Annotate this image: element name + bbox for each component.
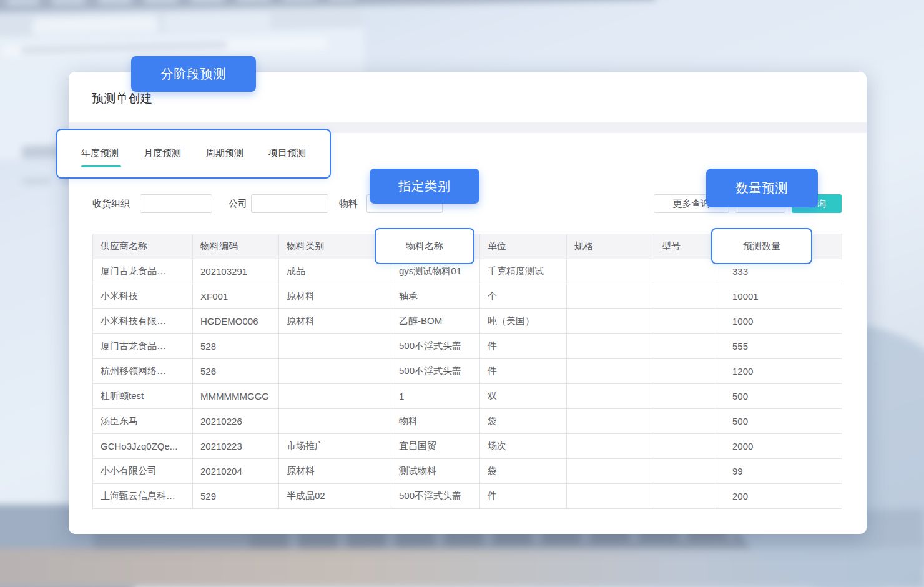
table-cell: 件 xyxy=(480,359,567,384)
table-cell: 500 xyxy=(717,384,842,409)
table-cell: 物料 xyxy=(391,409,480,434)
table-cell: 件 xyxy=(480,334,567,359)
table-cell: 半成品02 xyxy=(279,484,391,509)
table-cell xyxy=(567,284,654,309)
receiving-org-input[interactable] xyxy=(140,194,212,213)
table-cell xyxy=(567,484,654,509)
company-input[interactable] xyxy=(251,194,328,213)
table-cell: 1200 xyxy=(717,359,842,384)
table-cell: 成品 xyxy=(279,259,391,284)
col-model[interactable]: 型号 xyxy=(654,234,717,259)
quantity-forecast-badge: 数量预测 xyxy=(706,169,818,207)
table-cell: 双 xyxy=(480,384,567,409)
table-cell: 件 xyxy=(480,484,567,509)
table-cell: 吨（美国） xyxy=(480,309,567,334)
table-row[interactable]: 上海甄云信息科…529半成品02500不浮式头盖件200 xyxy=(93,484,842,509)
col-unit[interactable]: 单位 xyxy=(480,234,567,259)
table-cell xyxy=(654,384,717,409)
table-cell xyxy=(567,309,654,334)
table-cell: 轴承 xyxy=(391,284,480,309)
table-cell xyxy=(654,359,717,384)
col-material-code[interactable]: 物料编码 xyxy=(193,234,279,259)
table-cell: 500不浮式头盖 xyxy=(391,359,480,384)
table-row[interactable]: 小米科技有限…HGDEMO006原材料乙醇-BOM吨（美国）1000 xyxy=(93,309,842,334)
table-cell: 99 xyxy=(717,459,842,484)
table-cell xyxy=(654,409,717,434)
table-cell: GCHo3Jzq0ZQe... xyxy=(93,434,193,459)
table-cell: 原材料 xyxy=(279,284,391,309)
table-cell: 汤臣东马 xyxy=(93,409,193,434)
forecast-table: 供应商名称 物料编码 物料类别 单位 规格 型号 厦门古龙食品…20210329… xyxy=(92,234,842,509)
material-name-highlight-box: 物料名称 xyxy=(375,228,474,264)
table-cell xyxy=(279,334,391,359)
tab-monthly-forecast[interactable]: 月度预测 xyxy=(144,147,181,159)
table-cell: 20210204 xyxy=(193,459,279,484)
table-row[interactable]: GCHo3Jzq0ZQe...20210223市场推广宜昌国贸场次2000 xyxy=(93,434,842,459)
table-cell xyxy=(279,359,391,384)
table-cell: 厦门古龙食品… xyxy=(93,334,193,359)
table-cell xyxy=(567,459,654,484)
material-label: 物料 xyxy=(339,198,358,210)
table-cell xyxy=(654,459,717,484)
table-cell: 555 xyxy=(717,334,842,359)
table-cell xyxy=(567,334,654,359)
table-cell: 袋 xyxy=(480,459,567,484)
tab-period-forecast[interactable]: 周期预测 xyxy=(206,147,243,159)
col-supplier-name[interactable]: 供应商名称 xyxy=(93,234,193,259)
table-cell xyxy=(567,359,654,384)
table-cell: 20210223 xyxy=(193,434,279,459)
table-row[interactable]: 厦门古龙食品…528500不浮式头盖件555 xyxy=(93,334,842,359)
table-cell: 1 xyxy=(391,384,480,409)
page-title: 预测单创建 xyxy=(92,91,153,107)
table-cell xyxy=(654,484,717,509)
table-cell: 宜昌国贸 xyxy=(391,434,480,459)
table-row[interactable]: 汤臣东马20210226物料袋500 xyxy=(93,409,842,434)
table-row[interactable]: 小小有限公司20210204原材料测试物料袋99 xyxy=(93,459,842,484)
table-cell xyxy=(654,284,717,309)
table-cell: 500不浮式头盖 xyxy=(391,484,480,509)
table-cell xyxy=(654,334,717,359)
table-cell: 测试物料 xyxy=(391,459,480,484)
table-cell: 2000 xyxy=(717,434,842,459)
table-cell: 526 xyxy=(193,359,279,384)
tabs-highlight-box: 年度预测 月度预测 周期预测 项目预测 xyxy=(56,129,331,179)
table-cell: 杭州移领网络… xyxy=(93,359,193,384)
tab-project-forecast[interactable]: 项目预测 xyxy=(268,147,306,159)
receiving-org-label: 收货组织 xyxy=(92,198,130,210)
table-row[interactable]: 杭州移领网络…526500不浮式头盖件1200 xyxy=(93,359,842,384)
table-cell xyxy=(567,259,654,284)
table-cell: 500 xyxy=(717,409,842,434)
table-cell xyxy=(654,309,717,334)
staged-forecast-badge: 分阶段预测 xyxy=(131,56,256,92)
specify-category-badge: 指定类别 xyxy=(370,169,479,204)
table-row[interactable]: 杜昕颐testMMMMMMGGG1双500 xyxy=(93,384,842,409)
table-cell xyxy=(279,409,391,434)
table-cell xyxy=(567,384,654,409)
active-tab-underline xyxy=(81,165,121,167)
table-cell: 小米科技 xyxy=(93,284,193,309)
tab-annual-forecast[interactable]: 年度预测 xyxy=(81,147,119,159)
table-cell: 乙醇-BOM xyxy=(391,309,480,334)
table-cell: MMMMMMGGG xyxy=(193,384,279,409)
table-cell: 场次 xyxy=(480,434,567,459)
table-cell: 10001 xyxy=(717,284,842,309)
table-cell xyxy=(654,259,717,284)
table-cell: 市场推广 xyxy=(279,434,391,459)
table-cell xyxy=(567,434,654,459)
table-cell: XF001 xyxy=(193,284,279,309)
table-cell: 小小有限公司 xyxy=(93,459,193,484)
table-cell xyxy=(654,434,717,459)
table-cell: 厦门古龙食品… xyxy=(93,259,193,284)
table-cell: 202103291 xyxy=(193,259,279,284)
table-cell: 小米科技有限… xyxy=(93,309,193,334)
table-cell: HGDEMO006 xyxy=(193,309,279,334)
table-cell: 杜昕颐test xyxy=(93,384,193,409)
table-cell: 原材料 xyxy=(279,459,391,484)
table-cell xyxy=(567,409,654,434)
table-row[interactable]: 小米科技XF001原材料轴承个10001 xyxy=(93,284,842,309)
table-cell: 20210226 xyxy=(193,409,279,434)
table-cell: 500不浮式头盖 xyxy=(391,334,480,359)
table-cell: 个 xyxy=(480,284,567,309)
forecast-qty-highlight-box: 预测数量 xyxy=(711,228,812,264)
col-spec[interactable]: 规格 xyxy=(567,234,654,259)
